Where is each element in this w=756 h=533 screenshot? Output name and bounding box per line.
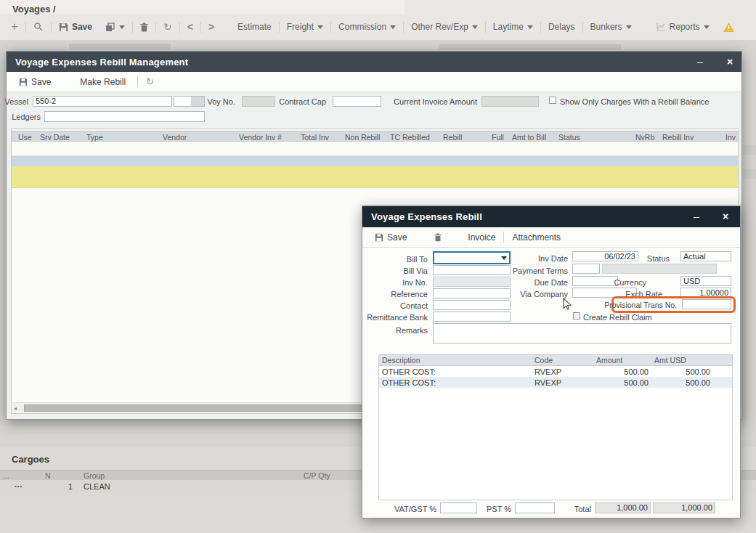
inv-no-field[interactable]: [433, 277, 511, 287]
toolbar-divider: [503, 232, 504, 243]
minimize-button[interactable]: –: [693, 52, 707, 72]
laytime-menu[interactable]: Laytime: [487, 19, 540, 35]
voy-no-label: Voy No.: [207, 97, 235, 106]
chevron-right-icon: >: [208, 21, 214, 33]
close-button[interactable]: ×: [723, 52, 737, 72]
save-button[interactable]: Save: [7, 77, 58, 87]
remarks-textarea[interactable]: [433, 323, 731, 343]
voyages-tab: [0, 0, 405, 14]
save-label: Save: [31, 77, 51, 87]
currency-field[interactable]: USD: [680, 276, 731, 286]
background-fragment: [439, 44, 621, 50]
currency-label: Currency: [614, 278, 646, 287]
bill-to-label: Bill To: [407, 255, 428, 264]
vessel-code-field[interactable]: [174, 96, 205, 107]
col-use: Use: [18, 133, 32, 142]
voy-no-field[interactable]: [242, 96, 275, 107]
estimate-button[interactable]: Estimate: [231, 19, 278, 35]
code-cell: RVEXP: [532, 367, 593, 376]
attachments-tab[interactable]: Attachments: [505, 232, 568, 243]
col-nvrb: NvRb: [635, 133, 654, 142]
freight-menu[interactable]: Freight: [280, 19, 330, 35]
reports-menu[interactable]: Reports: [650, 19, 716, 35]
cargoes-col-group: Group: [84, 471, 105, 480]
contact-label: Contact: [400, 301, 428, 310]
voyages-app: Voyages / + Save ↻ <: [0, 0, 756, 533]
description-cell: OTHER COST:: [379, 378, 532, 387]
provisional-trans-no-field[interactable]: [682, 299, 731, 309]
contract-cap-field[interactable]: [333, 96, 381, 107]
charge-row-highlighted[interactable]: [12, 166, 738, 188]
copy-button[interactable]: [99, 19, 131, 35]
refresh-button[interactable]: ↻: [139, 76, 161, 87]
payment-terms-code-field[interactable]: [572, 264, 600, 274]
code-cell: RVEXP: [532, 378, 593, 387]
bunkers-menu[interactable]: Bunkers: [584, 19, 638, 35]
col-total-inv: Total Inv: [301, 133, 329, 142]
create-rebill-claim-label: Create Rebill Claim: [583, 313, 652, 322]
warning-indicator[interactable]: [716, 19, 741, 35]
bill-via-field[interactable]: [433, 265, 511, 275]
search-button[interactable]: [27, 19, 50, 35]
scrollbar-left-arrow[interactable]: ◂: [14, 405, 17, 412]
vessel-field[interactable]: 550-2: [33, 96, 172, 107]
refresh-button[interactable]: ↻: [157, 19, 179, 35]
show-only-checkbox[interactable]: [549, 97, 556, 104]
management-dialog-titlebar[interactable]: Voyage Expenses Rebill Management: [7, 52, 741, 72]
save-icon: [19, 78, 28, 86]
bill-to-combobox[interactable]: [433, 251, 511, 264]
rebill-dialog-titlebar[interactable]: Voyage Expenses Rebill: [362, 206, 740, 227]
app-header: Voyages / + Save ↻ <: [0, 0, 756, 40]
delays-button[interactable]: Delays: [542, 19, 582, 35]
amt-usd-cell: 500.00: [651, 378, 715, 387]
delete-button[interactable]: [427, 233, 449, 242]
save-label: Save: [72, 22, 92, 32]
line-item-row[interactable]: OTHER COST: RVEXP 500.00 500.00: [379, 366, 732, 377]
other-revexp-menu[interactable]: Other Rev/Exp: [405, 19, 484, 35]
charge-row-selected[interactable]: [12, 156, 738, 166]
background-fragment: [69, 44, 171, 49]
col-rebill-inv: Rebill Inv: [662, 133, 694, 142]
current-invoice-amount-field[interactable]: [481, 96, 539, 107]
total-amount-field: 1,000.00: [595, 503, 651, 513]
make-rebill-button[interactable]: Make Rebill: [73, 77, 133, 87]
invoice-tab[interactable]: Invoice: [460, 232, 503, 243]
add-button[interactable]: +: [4, 19, 25, 35]
close-button[interactable]: ×: [718, 206, 733, 227]
due-date-field[interactable]: [572, 276, 618, 286]
line-items-table: Description Code Amount Amt USD OTHER CO…: [378, 354, 733, 500]
row-menu-button[interactable]: •••: [15, 483, 23, 489]
copy-icon: [105, 23, 115, 32]
next-button[interactable]: >: [202, 19, 221, 35]
background-fragment: [743, 169, 756, 179]
toolbar-divider: [179, 22, 180, 33]
laytime-label: Laytime: [493, 22, 524, 32]
remarks-label: Remarks: [396, 326, 428, 335]
ledgers-field[interactable]: [44, 111, 205, 122]
combobox-arrow-icon: [501, 256, 507, 260]
save-button[interactable]: Save: [52, 19, 99, 35]
remittance-bank-field[interactable]: [433, 312, 511, 322]
line-item-row[interactable]: OTHER COST: RVEXP 500.00 500.00: [379, 377, 732, 388]
vat-gst-field[interactable]: [440, 503, 477, 513]
estimate-label: Estimate: [237, 22, 272, 32]
minimize-button[interactable]: –: [689, 206, 704, 227]
charge-row[interactable]: [12, 142, 738, 156]
pst-field[interactable]: [515, 503, 555, 513]
payment-terms-desc-field[interactable]: [602, 264, 717, 274]
col-status: Status: [558, 133, 580, 142]
previous-button[interactable]: <: [181, 19, 200, 35]
amount-cell: 500.00: [593, 367, 651, 376]
toolbar-divider: [155, 22, 156, 33]
contact-field[interactable]: [433, 300, 511, 310]
toolbar-divider: [485, 22, 486, 33]
reference-label: Reference: [391, 290, 428, 298]
delete-button[interactable]: [134, 19, 155, 35]
reference-field[interactable]: [433, 288, 511, 298]
create-rebill-claim-checkbox[interactable]: [573, 312, 580, 320]
cargo-group-value: CLEAN: [84, 482, 110, 491]
status-field[interactable]: Actual: [680, 251, 731, 261]
save-button[interactable]: Save: [362, 232, 414, 243]
inv-date-field[interactable]: 06/02/23: [572, 251, 638, 261]
commission-menu[interactable]: Commission: [332, 19, 402, 35]
